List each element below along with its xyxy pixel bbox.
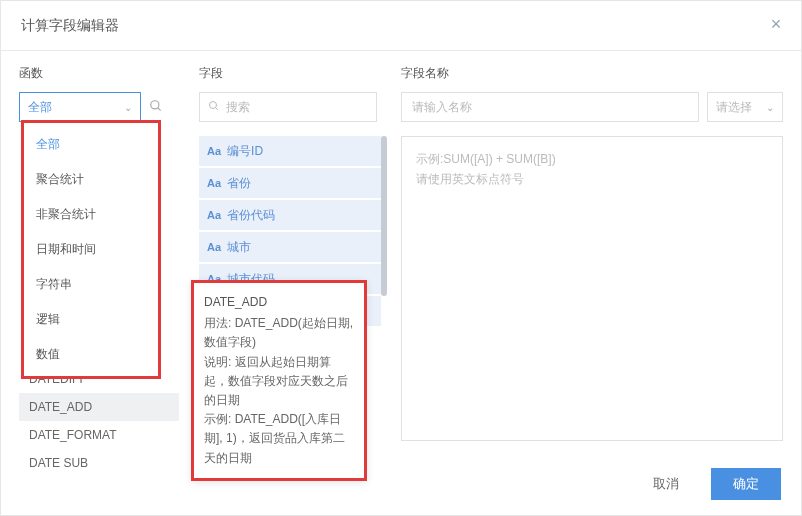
- function-category-value: 全部: [28, 99, 124, 116]
- field-item[interactable]: Aa 编号ID: [199, 136, 381, 166]
- field-type-placeholder: 请选择: [716, 99, 752, 116]
- function-category-dropdown: 全部 聚合统计 非聚合统计 日期和时间 字符串 逻辑 数值: [21, 120, 161, 379]
- formula-hint: 请使用英文标点符号: [416, 169, 768, 189]
- field-type-select[interactable]: 请选择 ⌄: [707, 92, 783, 122]
- formula-example: 示例:SUM([A]) + SUM([B]): [416, 149, 768, 169]
- dialog-header: 计算字段编辑器 ×: [1, 1, 801, 51]
- cancel-button[interactable]: 取消: [631, 468, 701, 500]
- search-icon[interactable]: [149, 99, 163, 116]
- field-name: 省份代码: [227, 207, 275, 224]
- name-label: 字段名称: [401, 65, 783, 82]
- dialog-title: 计算字段编辑器: [21, 17, 119, 35]
- name-row: 请选择 ⌄: [401, 92, 783, 122]
- function-item[interactable]: DATE_ADD: [19, 393, 179, 421]
- dropdown-item[interactable]: 聚合统计: [24, 162, 158, 197]
- text-type-icon: Aa: [207, 241, 221, 253]
- field-name: 省份: [227, 175, 251, 192]
- dropdown-item[interactable]: 数值: [24, 337, 158, 372]
- fields-label: 字段: [199, 65, 401, 82]
- svg-line-1: [158, 107, 161, 110]
- dropdown-item[interactable]: 全部: [24, 127, 158, 162]
- chevron-down-icon: ⌄: [766, 102, 774, 113]
- dropdown-item[interactable]: 非聚合统计: [24, 197, 158, 232]
- text-type-icon: Aa: [207, 145, 221, 157]
- tooltip-example: 示例: DATE_ADD([入库日期], 1)，返回货品入库第二天的日期: [204, 410, 354, 468]
- tooltip-usage: 用法: DATE_ADD(起始日期, 数值字段): [204, 314, 354, 352]
- field-item[interactable]: Aa 城市: [199, 232, 381, 262]
- function-tooltip: DATE_ADD 用法: DATE_ADD(起始日期, 数值字段) 说明: 返回…: [191, 280, 367, 481]
- field-item[interactable]: Aa 省份代码: [199, 200, 381, 230]
- svg-point-2: [210, 101, 217, 108]
- formula-editor[interactable]: 示例:SUM([A]) + SUM([B]) 请使用英文标点符号: [401, 136, 783, 441]
- svg-line-3: [216, 107, 219, 110]
- function-item[interactable]: DATE_FORMAT: [19, 421, 179, 449]
- field-name-input-wrap: [401, 92, 699, 122]
- dropdown-item[interactable]: 字符串: [24, 267, 158, 302]
- function-category-select[interactable]: 全部 ⌄: [19, 92, 141, 122]
- close-icon[interactable]: ×: [765, 13, 787, 35]
- field-name: 编号ID: [227, 143, 263, 160]
- text-type-icon: Aa: [207, 209, 221, 221]
- field-item[interactable]: Aa 省份: [199, 168, 381, 198]
- chevron-down-icon: ⌄: [124, 102, 132, 113]
- fields-search-input[interactable]: [226, 100, 368, 114]
- dropdown-item[interactable]: 日期和时间: [24, 232, 158, 267]
- tooltip-desc: 说明: 返回从起始日期算起，数值字段对应天数之后的日期: [204, 353, 354, 411]
- text-type-icon: Aa: [207, 177, 221, 189]
- field-scrollbar[interactable]: [381, 136, 387, 296]
- function-filter-row: 全部 ⌄: [19, 92, 199, 122]
- tooltip-title: DATE_ADD: [204, 293, 354, 312]
- dropdown-item[interactable]: 逻辑: [24, 302, 158, 337]
- calc-field-editor-dialog: 计算字段编辑器 × 函数 全部 ⌄ DATEDIFF DATE_ADD DATE…: [0, 0, 802, 516]
- field-name-input[interactable]: [412, 100, 688, 114]
- name-column: 字段名称 请选择 ⌄ 示例:SUM([A]) + SUM([B]) 请使用英文标…: [401, 65, 783, 456]
- svg-point-0: [151, 100, 159, 108]
- function-item[interactable]: DATE SUB: [19, 449, 179, 477]
- ok-button[interactable]: 确定: [711, 468, 781, 500]
- search-icon: [208, 100, 220, 115]
- fields-search[interactable]: [199, 92, 377, 122]
- functions-label: 函数: [19, 65, 199, 82]
- field-name: 城市: [227, 239, 251, 256]
